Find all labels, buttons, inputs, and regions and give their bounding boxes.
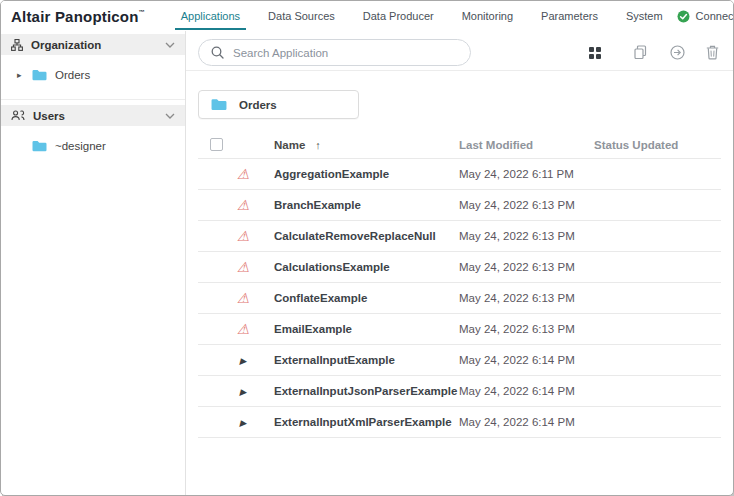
folder-icon [211,98,227,111]
table-row[interactable]: CalculationsExample May 24, 2022 6:13 PM [198,252,721,283]
row-last-modified: May 24, 2022 6:13 PM [459,230,594,242]
row-status-icon [237,198,250,212]
row-last-modified: May 24, 2022 6:14 PM [459,416,594,428]
row-status-icon [240,354,247,366]
orders-folder-label: Orders [239,99,277,111]
orders-folder-button[interactable]: Orders [198,90,359,119]
row-name: ExternalInputExample [260,354,459,366]
table-row[interactable]: CalculateRemoveReplaceNull May 24, 2022 … [198,221,721,252]
sidebar-section-label: Users [33,110,65,122]
row-status-icon [237,260,250,274]
sidebar: Organization ▸ Orders U [1,31,186,495]
row-last-modified: May 24, 2022 6:11 PM [459,168,594,180]
row-name: ConflateExample [260,292,459,304]
trash-icon[interactable] [704,43,721,62]
sidebar-section-users[interactable]: Users [1,105,185,126]
trademark-mark: ™ [139,9,145,15]
grid-view-icon[interactable] [587,45,603,61]
expand-caret-icon[interactable]: ▸ [17,70,22,80]
main-toolbar-row: Search Application [186,31,733,71]
row-last-modified: May 24, 2022 6:13 PM [459,292,594,304]
column-header-status-updated[interactable]: Status Updated [594,139,721,151]
connected-check-icon [677,10,690,23]
row-name: ExternalInputXmlParserExample [260,416,459,428]
row-status-icon [237,229,250,243]
tab-data-sources[interactable]: Data Sources [254,1,349,31]
tab-applications[interactable]: Applications [167,1,254,31]
org-hierarchy-icon [11,39,23,51]
search-placeholder: Search Application [233,47,328,59]
row-status-icon [237,167,250,181]
table-row[interactable]: BranchExample May 24, 2022 6:13 PM [198,190,721,221]
move-icon[interactable] [668,43,687,62]
row-name: ExternalInputJsonParserExample [260,385,459,397]
app-logo-text: Altair Panopticon [11,8,139,25]
search-input[interactable]: Search Application [198,39,471,66]
tab-parameters[interactable]: Parameters [527,1,612,31]
row-status-icon [237,291,250,305]
copy-icon[interactable] [632,43,651,62]
main-nav-tabs: Applications Data Sources Data Producer … [167,1,677,31]
folder-icon [32,140,47,152]
toolbar [587,43,721,62]
search-icon [211,46,224,59]
row-name: CalculationsExample [260,261,459,273]
app-window: Altair Panopticon™ Applications Data Sou… [0,0,734,496]
chevron-down-icon[interactable] [165,113,175,119]
row-last-modified: May 24, 2022 6:13 PM [459,323,594,335]
sidebar-item-orders[interactable]: ▸ Orders [1,63,185,87]
tab-monitoring[interactable]: Monitoring [448,1,527,31]
sidebar-item-label: ~designer [55,140,106,152]
column-header-name[interactable]: Name↑ [260,139,459,151]
sort-ascending-icon: ↑ [315,139,321,151]
row-last-modified: May 24, 2022 6:14 PM [459,385,594,397]
row-last-modified: May 24, 2022 6:14 PM [459,354,594,366]
row-name: AggregationExample [260,168,459,180]
select-all-checkbox[interactable] [210,138,223,151]
main-panel: Search Application [186,31,733,495]
tab-data-producer[interactable]: Data Producer [349,1,448,31]
row-last-modified: May 24, 2022 6:13 PM [459,199,594,211]
table-row[interactable]: ExternalInputExample May 24, 2022 6:14 P… [198,345,721,376]
tab-system[interactable]: System [612,1,677,31]
row-status-icon [240,416,247,428]
sidebar-item-label: Orders [55,69,90,81]
row-last-modified: May 24, 2022 6:13 PM [459,261,594,273]
sidebar-item-designer[interactable]: ~designer [1,134,185,158]
sidebar-divider [1,99,185,100]
connection-status-label: Connected [696,10,734,22]
connection-status: Connected [677,10,734,23]
row-name: CalculateRemoveReplaceNull [260,230,459,242]
table-row[interactable]: ConflateExample May 24, 2022 6:13 PM [198,283,721,314]
row-name: EmailExample [260,323,459,335]
table-header-row: Name↑ Last Modified Status Updated [198,131,721,159]
row-status-icon [237,322,250,336]
app-logo: Altair Panopticon™ [11,8,145,25]
row-name: BranchExample [260,199,459,211]
applications-table: Name↑ Last Modified Status Updated Aggre… [198,131,721,438]
column-header-last-modified[interactable]: Last Modified [459,139,594,151]
table-row[interactable]: ExternalInputJsonParserExample May 24, 2… [198,376,721,407]
top-header: Altair Panopticon™ Applications Data Sou… [1,1,733,31]
table-row[interactable]: EmailExample May 24, 2022 6:13 PM [198,314,721,345]
content-area: Orders Name↑ Last Modified Status Update… [186,71,733,495]
sidebar-section-label: Organization [31,39,101,51]
users-icon [11,110,25,121]
folder-icon [32,69,47,81]
table-row[interactable]: ExternalInputXmlParserExample May 24, 20… [198,407,721,438]
chevron-down-icon[interactable] [165,42,175,48]
sidebar-section-organization[interactable]: Organization [1,34,185,55]
table-row[interactable]: AggregationExample May 24, 2022 6:11 PM [198,159,721,190]
row-status-icon [240,385,247,397]
